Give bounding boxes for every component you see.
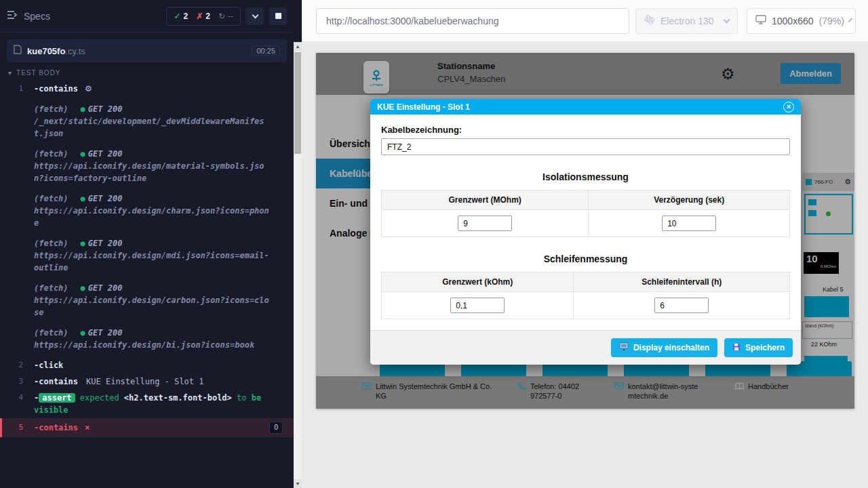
- specs-label[interactable]: Specs: [24, 11, 50, 22]
- scrollbar-thumb[interactable]: [294, 52, 301, 154]
- aut-region: Electron 130 1000x660 (79%) LITTWIN Stat…: [302, 0, 868, 488]
- command-fetch[interactable]: (fetch)●GET 200 https://api.iconify.desi…: [0, 146, 294, 186]
- success-dot-icon: ●: [81, 104, 85, 114]
- fetch-url: https://api.iconify.design/material-symb…: [34, 160, 271, 184]
- viewport-zoom: (79%): [819, 16, 844, 26]
- collapse-runs-button[interactable]: [246, 7, 264, 25]
- command-name: -contains: [34, 377, 78, 386]
- loop-grenzwert-input[interactable]: [450, 298, 505, 313]
- fetch-url: https://api.iconify.design/mdi.json?icon…: [34, 249, 271, 274]
- loop-col-grenzwert: Grenzwert (kOhm): [382, 272, 574, 292]
- command-assert[interactable]: 4 -assert expected <h2.text-sm.font-bold…: [0, 390, 294, 418]
- modal-title: KUE Einstellung - Slot 1: [377, 102, 470, 112]
- browser-name: Electron 130: [660, 16, 714, 26]
- test-stats: ✓2 ✗2 ↻--: [166, 7, 241, 26]
- iso-col-verzoegerung: Verzögerung (sek): [589, 190, 790, 210]
- fetch-url: /_next/static/development/_devMiddleware…: [34, 115, 271, 140]
- test-body-label: TEST BODY: [16, 69, 61, 77]
- assert-element: <h2.text-sm.font-bold>: [124, 393, 232, 403]
- fetch-status: ●GET 200: [81, 327, 123, 339]
- fetch-status: ●GET 200: [81, 192, 123, 205]
- iso-grenzwert-input[interactable]: [458, 216, 512, 231]
- assert-text: expected: [80, 393, 119, 403]
- browser-select[interactable]: Electron 130: [635, 8, 738, 34]
- assert-badge: assert: [39, 393, 75, 403]
- reload-icon: ↻: [218, 12, 225, 21]
- command-log: 1 -contains⚙ (fetch)●GET 200 /_next/stat…: [0, 81, 294, 437]
- monitor-icon: [619, 342, 629, 353]
- spec-file-icon: [14, 45, 22, 57]
- iso-col-grenzwert: Grenzwert (MOhm): [382, 190, 589, 210]
- success-dot-icon: ●: [81, 283, 85, 293]
- fetch-label: (fetch): [34, 103, 68, 115]
- chevron-down-icon: [848, 18, 852, 22]
- display-einschalten-button[interactable]: Display einschalten: [611, 338, 717, 357]
- command-fetch[interactable]: (fetch)●GET 200 https://api.iconify.desi…: [0, 325, 294, 353]
- command-name: -contains: [34, 84, 78, 94]
- command-name: -contains: [34, 423, 78, 432]
- spec-name: kue705fo: [27, 46, 65, 56]
- command-name: -click: [34, 361, 63, 370]
- check-icon: ✓: [174, 12, 180, 21]
- fetch-status: ●GET 200: [81, 148, 123, 160]
- command-fetch[interactable]: (fetch)●GET 200 https://api.iconify.desi…: [0, 190, 294, 231]
- command-fetch[interactable]: (fetch)●GET 200 https://api.iconify.desi…: [0, 280, 294, 321]
- modal-close-button[interactable]: ×: [783, 102, 794, 113]
- command-click[interactable]: 2 -click: [0, 357, 294, 373]
- fetch-label: (fetch): [34, 148, 68, 160]
- cross-icon: ✗: [196, 12, 203, 21]
- specs-menu-icon[interactable]: [7, 10, 18, 22]
- success-dot-icon: ●: [81, 149, 85, 159]
- isolation-heading: Isolationsmessung: [381, 171, 790, 182]
- spec-ext: .cy.ts: [65, 46, 85, 56]
- command-fetch[interactable]: (fetch)●GET 200 https://api.iconify.desi…: [0, 235, 294, 276]
- chevron-down-icon: [252, 12, 258, 18]
- electron-icon: [644, 14, 655, 27]
- iso-verzoegerung-input[interactable]: [662, 216, 716, 231]
- success-dot-icon: ●: [81, 194, 85, 203]
- isolation-table: Grenzwert (MOhm) Verzögerung (sek): [381, 190, 790, 237]
- loop-intervall-input[interactable]: [654, 298, 709, 313]
- fetch-url: https://api.iconify.design/charm.json?ic…: [34, 205, 271, 229]
- kue-settings-modal: KUE Einstellung - Slot 1 × Kabelbezeichn…: [370, 99, 801, 365]
- fail-x-icon: ×: [85, 423, 90, 432]
- url-input[interactable]: [316, 8, 629, 34]
- fetch-label: (fetch): [34, 192, 68, 205]
- loop-col-intervall: Schleifenintervall (h): [574, 272, 790, 292]
- app-under-test: LITTWIN Stationsname CPLV4_Maschen ⚙ Abm…: [316, 53, 854, 409]
- fetch-status: ●GET 200: [81, 282, 123, 294]
- gear-icon: ⚙: [85, 84, 92, 94]
- fetch-label: (fetch): [34, 327, 68, 339]
- cypress-reporter-panel: Specs ✓2 ✗2 ↻-- kue705fo.cy.ts 00:25 ▾ T…: [0, 0, 302, 488]
- fetch-label: (fetch): [34, 237, 68, 249]
- fetch-url: https://api.iconify.design/carbon.json?i…: [34, 294, 271, 319]
- spec-file-bar[interactable]: kue705fo.cy.ts 00:25: [7, 39, 287, 62]
- stop-icon: [275, 13, 281, 19]
- stat-pending[interactable]: ↻--: [218, 12, 233, 21]
- modal-title-bar: KUE Einstellung - Slot 1 ×: [370, 99, 801, 115]
- command-fetch[interactable]: (fetch)●GET 200 /_next/static/developmen…: [0, 101, 294, 142]
- stat-passed[interactable]: ✓2: [174, 12, 188, 21]
- schleifen-table: Grenzwert (kOhm) Schleifenintervall (h): [381, 272, 790, 319]
- scroll-up-arrow[interactable]: ▲: [294, 42, 302, 51]
- stat-failed[interactable]: ✗2: [196, 12, 210, 21]
- command-arg: KUE Einstellung - Slot 1: [86, 377, 203, 386]
- fetch-status: ●GET 200: [81, 237, 123, 249]
- scroll-down-arrow[interactable]: ▼: [294, 479, 302, 488]
- schleifen-heading: Schleifenmessung: [381, 253, 790, 264]
- viewport-size: 1000x660: [772, 16, 814, 26]
- viewport-select[interactable]: 1000x660 (79%): [747, 8, 856, 34]
- success-dot-icon: ●: [81, 328, 85, 338]
- test-body-header[interactable]: ▾ TEST BODY: [0, 62, 294, 81]
- reporter-header: Specs ✓2 ✗2 ↻--: [0, 0, 294, 33]
- command-contains-1[interactable]: 1 -contains⚙: [0, 81, 294, 97]
- reporter-scrollbar[interactable]: ▲ ▼: [294, 42, 302, 488]
- kabelbezeichnung-input[interactable]: [381, 138, 790, 155]
- command-contains-2[interactable]: 3 -containsKUE Einstellung - Slot 1: [0, 373, 294, 390]
- aut-stage: LITTWIN Stationsname CPLV4_Maschen ⚙ Abm…: [302, 42, 868, 488]
- speichern-button[interactable]: Speichern: [724, 338, 793, 357]
- fetch-status: ●GET 200: [81, 103, 123, 115]
- command-contains-failed[interactable]: 5 -contains × 0: [0, 418, 294, 437]
- stop-run-button[interactable]: [269, 7, 287, 25]
- fetch-label: (fetch): [34, 282, 68, 294]
